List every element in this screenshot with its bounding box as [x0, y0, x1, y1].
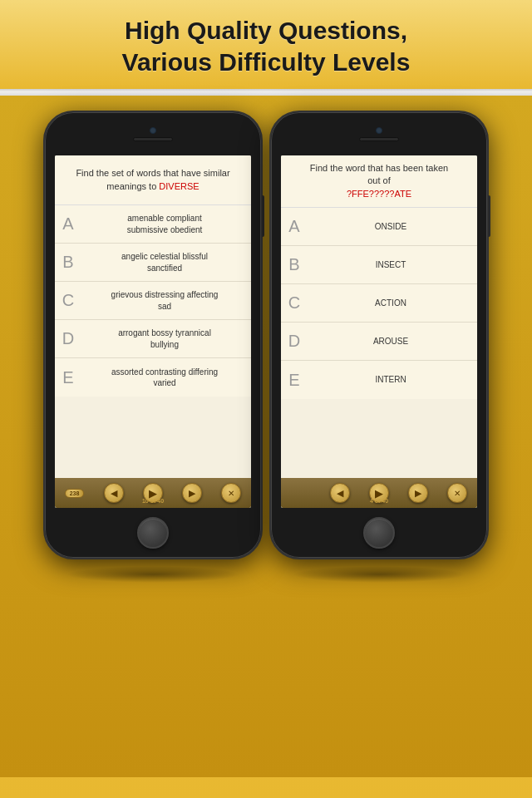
phone-2-answer-a[interactable]: A ONSIDE [281, 208, 477, 246]
phone-2-answer-c[interactable]: C ACTION [281, 284, 477, 323]
phone-2-top [271, 112, 487, 155]
phone-2-answer-d[interactable]: D AROUSE [281, 323, 477, 361]
phone-1-bottom [45, 508, 261, 558]
phone-1-speaker [133, 137, 173, 141]
phone-2-answers: A ONSIDE B INSECT C ACTION D AROUSE E [281, 208, 477, 478]
phone-1-top [45, 112, 261, 155]
phone-1-shadow [66, 566, 239, 583]
header: High Quality Questions, Various Difficul… [0, 0, 532, 89]
phone-1-answer-b[interactable]: B angelic celestial blissfulsanctified [55, 244, 251, 282]
phone-2-speaker [359, 137, 399, 141]
phone-1-answer-d[interactable]: D arrogant bossy tyrannicalbullying [55, 320, 251, 358]
phone-1-home-button[interactable] [137, 517, 169, 549]
phone-1-screen: Find the set of words that have similar … [55, 155, 251, 508]
phone-1-camera [150, 127, 156, 134]
phone-1-answer-c[interactable]: C grievous distressing affectingsad [55, 282, 251, 320]
phone-1-answer-a[interactable]: A amenable compliantsubmissive obedient [55, 205, 251, 244]
phone-1: Find the set of words that have similar … [43, 111, 263, 559]
phone-2-screen: Find the word that has been takenout of?… [281, 155, 477, 508]
phone-2-camera [376, 127, 382, 134]
phone-2-question-keyword: ?FFE?????ATE [347, 189, 411, 199]
phone-2-count: 4 of 40 [370, 498, 388, 504]
phone-2-question: Find the word that has been takenout of?… [281, 155, 477, 208]
phones-area: Find the set of words that have similar … [0, 96, 532, 777]
phone-2-answer-e[interactable]: E INTERN [281, 361, 477, 399]
phone-1-question-prefix: Find the set of words that have similar … [76, 168, 229, 190]
phone-1-count: 10 of 40 [142, 498, 164, 504]
phone-2-home-button[interactable] [363, 517, 395, 549]
phone-2-shadow [293, 566, 466, 583]
phone-2-answer-b[interactable]: B INSECT [281, 246, 477, 284]
header-title: High Quality Questions, Various Difficul… [17, 15, 515, 77]
phone-2: Find the word that has been takenout of?… [269, 111, 489, 559]
phone-1-answer-e[interactable]: E assorted contrasting differingvaried [55, 358, 251, 397]
phone-1-question: Find the set of words that have similar … [55, 155, 251, 205]
phone-1-question-keyword: DIVERSE [159, 181, 199, 191]
phone-2-bottom [271, 508, 487, 558]
phone-2-question-prefix: Find the word that has been takenout of [310, 163, 448, 185]
phone-1-answers: A amenable compliantsubmissive obedient … [55, 205, 251, 478]
header-divider [0, 89, 532, 96]
